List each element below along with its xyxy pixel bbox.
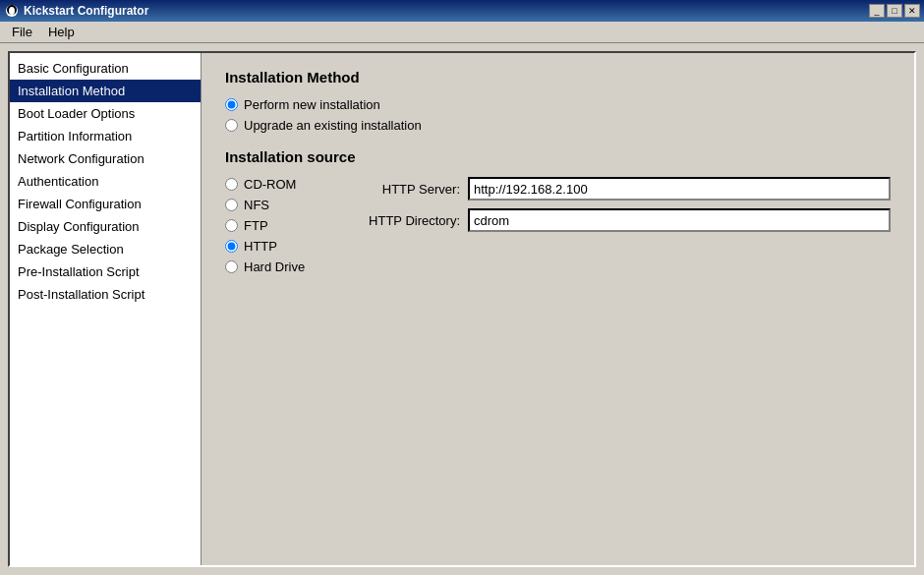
sidebar-item-boot-loader-options[interactable]: Boot Loader Options <box>10 102 201 125</box>
app-icon <box>4 3 20 19</box>
menu-help[interactable]: Help <box>40 23 83 41</box>
installation-source-section: Installation source CD-ROM NFS <box>225 148 891 280</box>
http-server-label: HTTP Server: <box>342 182 460 197</box>
radio-row-cdrom: CD-ROM <box>225 177 342 192</box>
radio-upgrade-installation[interactable] <box>225 119 238 132</box>
http-directory-label: HTTP Directory: <box>342 213 460 228</box>
main-panel: Installation Method Perform new installa… <box>202 53 914 565</box>
http-server-row: HTTP Server: <box>342 177 891 201</box>
sidebar-item-basic-configuration[interactable]: Basic Configuration <box>10 57 201 80</box>
close-button[interactable]: ✕ <box>904 4 920 18</box>
label-nfs: NFS <box>244 198 269 212</box>
radio-row-new-installation: Perform new installation <box>225 97 891 112</box>
sidebar-item-network-configuration[interactable]: Network Configuration <box>10 147 201 170</box>
source-form: HTTP Server: HTTP Directory: <box>342 177 891 280</box>
sidebar-item-firewall-configuration[interactable]: Firewall Configuration <box>10 193 201 215</box>
installation-method-title: Installation Method <box>225 69 891 86</box>
radio-row-http: HTTP <box>225 239 342 254</box>
label-hard-drive: Hard Drive <box>244 259 305 274</box>
titlebar: Kickstart Configurator _ □ ✕ <box>0 0 924 22</box>
menubar: File Help <box>0 22 924 43</box>
radio-row-nfs: NFS <box>225 198 342 212</box>
sidebar-item-package-selection[interactable]: Package Selection <box>10 238 201 260</box>
http-server-input[interactable] <box>468 177 891 201</box>
label-ftp: FTP <box>244 218 268 233</box>
label-upgrade-installation: Upgrade an existing installation <box>244 118 422 133</box>
window-controls: _ □ ✕ <box>869 4 920 18</box>
radio-row-upgrade: Upgrade an existing installation <box>225 118 891 133</box>
radio-http[interactable] <box>225 240 238 253</box>
menu-file[interactable]: File <box>4 23 40 41</box>
window-title: Kickstart Configurator <box>24 4 148 18</box>
radio-nfs[interactable] <box>225 199 238 211</box>
sidebar-item-display-configuration[interactable]: Display Configuration <box>10 215 201 238</box>
label-cdrom: CD-ROM <box>244 177 296 192</box>
installation-method-options: Perform new installation Upgrade an exis… <box>225 97 891 133</box>
radio-row-ftp: FTP <box>225 218 342 233</box>
sidebar-item-partition-information[interactable]: Partition Information <box>10 125 201 147</box>
maximize-button[interactable]: □ <box>887 4 902 18</box>
installation-method-section: Installation Method Perform new installa… <box>225 69 891 133</box>
radio-row-hard-drive: Hard Drive <box>225 259 342 274</box>
http-directory-row: HTTP Directory: <box>342 208 891 232</box>
radio-ftp[interactable] <box>225 219 238 232</box>
sidebar-item-pre-installation-script[interactable]: Pre-Installation Script <box>10 260 201 283</box>
installation-source-title: Installation source <box>225 148 891 165</box>
sidebar-item-post-installation-script[interactable]: Post-Installation Script <box>10 283 201 306</box>
sidebar: Basic Configuration Installation Method … <box>10 53 202 565</box>
source-radios: CD-ROM NFS FTP HTTP <box>225 177 342 280</box>
http-directory-input[interactable] <box>468 208 891 232</box>
window-body: Basic Configuration Installation Method … <box>0 43 924 575</box>
content-area: Basic Configuration Installation Method … <box>8 51 916 567</box>
radio-cdrom[interactable] <box>225 178 238 191</box>
sidebar-item-installation-method[interactable]: Installation Method <box>10 80 201 102</box>
radio-new-installation[interactable] <box>225 98 238 111</box>
sidebar-item-authentication[interactable]: Authentication <box>10 170 201 193</box>
minimize-button[interactable]: _ <box>869 4 885 18</box>
label-http: HTTP <box>244 239 277 254</box>
source-layout: CD-ROM NFS FTP HTTP <box>225 177 891 280</box>
radio-hard-drive[interactable] <box>225 260 238 273</box>
label-new-installation: Perform new installation <box>244 97 380 112</box>
